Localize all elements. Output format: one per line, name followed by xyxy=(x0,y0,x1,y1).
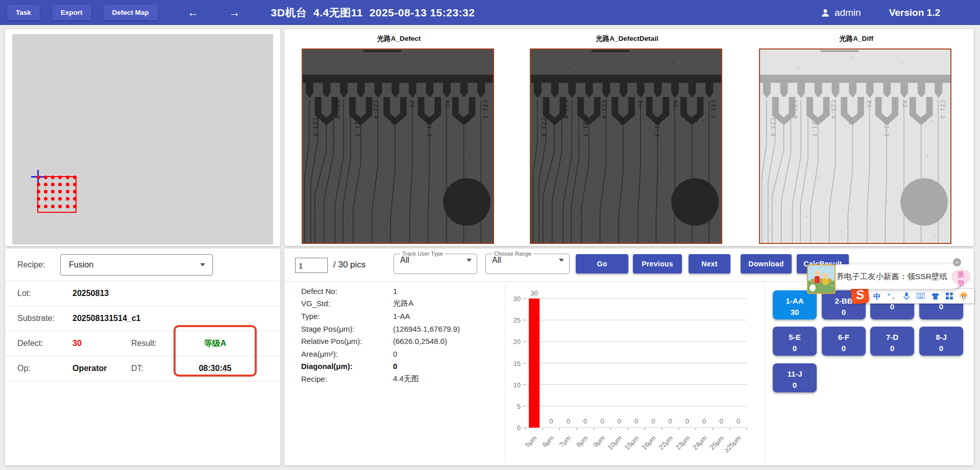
type-button-11-J[interactable]: 11-J0 xyxy=(773,363,817,392)
defect-dot xyxy=(51,183,55,186)
choose-range-select[interactable]: Choose Range All xyxy=(485,251,570,274)
type-button-8-J[interactable]: 8-J0 xyxy=(919,327,963,356)
svg-text:X3: X3 xyxy=(390,118,397,126)
svg-text:CZ2-3: CZ2-3 xyxy=(654,118,660,137)
ad-thumbnail-image[interactable] xyxy=(807,264,836,294)
type-button-6-F[interactable]: 6-F0 xyxy=(822,327,866,356)
op-dt-row: Op: Operator DT: 08:30:45 xyxy=(5,356,280,381)
track-user-type-select[interactable]: Track User Type All xyxy=(394,251,477,274)
svg-text:CZ3-4: CZ3-4 xyxy=(601,100,607,119)
ime-toolbar: S 中 °， xyxy=(851,287,974,304)
back-arrow-icon[interactable]: ← xyxy=(187,7,199,18)
type-button-count: 0 xyxy=(922,343,960,354)
svg-text:22μm: 22μm xyxy=(657,434,674,452)
defect-result-row: Defect: 30 Result: 等级A xyxy=(5,331,280,356)
chinese-mode-icon[interactable]: 中 xyxy=(873,292,881,300)
type-button-7-D[interactable]: 7-D0 xyxy=(870,327,914,356)
svg-text:CZ2-8: CZ2-8 xyxy=(562,100,569,119)
next-button[interactable]: Next xyxy=(689,254,730,274)
defect-dot xyxy=(73,197,77,201)
op-value: Operator xyxy=(72,364,107,373)
user-menu[interactable]: admin xyxy=(820,7,861,18)
detail-label: Diagonal(μm): xyxy=(301,362,393,370)
image-panel-title: 光路A_Defect xyxy=(302,33,496,44)
svg-text:23μm: 23μm xyxy=(674,434,692,452)
lot-label: Lot: xyxy=(17,289,31,298)
dt-label: DT: xyxy=(131,364,143,373)
page-title: 3D机台 4.4无图11 2025-08-13 15:23:32 xyxy=(271,6,475,20)
keyboard-icon[interactable] xyxy=(917,293,925,299)
microscope-image: CZ3-9CZ2-8CZ1-7CZ3-4X3Z3CZ2-3X2Z2CZ1-2 xyxy=(302,48,494,244)
defect-dot xyxy=(73,190,77,193)
detail-row: Defect No:1 xyxy=(301,285,500,298)
lot-value: 20250813 xyxy=(72,289,109,298)
ad-skin-button[interactable]: 换肤 xyxy=(951,270,971,284)
user-icon xyxy=(820,8,830,18)
recipe-value: Fusion xyxy=(69,260,93,269)
detail-row: Area(μm²):0 xyxy=(301,348,500,360)
defect-dot xyxy=(37,176,40,179)
defect-dot xyxy=(51,190,55,193)
defect-dot xyxy=(58,205,62,208)
punctuation-icon[interactable]: °， xyxy=(888,293,896,299)
recipe-label: Recipe: xyxy=(17,260,45,269)
svg-text:Z3: Z3 xyxy=(636,100,643,108)
wafer-map-area[interactable] xyxy=(12,34,273,244)
svg-text:7μm: 7μm xyxy=(558,434,573,449)
recipe-row: Recipe: Fusion xyxy=(5,249,280,281)
emoji-icon[interactable] xyxy=(960,292,968,300)
svg-text:15μm: 15μm xyxy=(623,434,641,452)
type-button-count: 30 xyxy=(776,307,814,318)
svg-text:CZ1-7: CZ1-7 xyxy=(582,118,589,137)
image-panel: 光路A_DiffCZ3-9CZ2-8CZ1-7CZ3-4X3Z3CZ2-3X2Z… xyxy=(759,33,953,244)
svg-text:CZ3-9: CZ3-9 xyxy=(769,118,776,137)
ad-close-icon[interactable]: × xyxy=(953,258,961,266)
detail-value: (6626.0,2548.0) xyxy=(393,337,447,345)
task-button[interactable]: Task xyxy=(7,5,40,20)
export-button[interactable]: Export xyxy=(52,5,91,20)
recipe-select[interactable]: Fusion xyxy=(60,254,213,276)
type-button-label: 6-F xyxy=(825,332,863,343)
detail-value: (126945.1,67679.9) xyxy=(393,325,460,333)
svg-text:CZ1-7: CZ1-7 xyxy=(811,118,818,137)
substrate-row: Substrate: 202508131514_c1 xyxy=(5,306,280,331)
svg-text:24μm: 24μm xyxy=(691,434,708,452)
detail-row: Diagonal(μm):0 xyxy=(301,360,500,373)
svg-text:CZ2-3: CZ2-3 xyxy=(426,118,432,137)
svg-text:6μm: 6μm xyxy=(541,434,555,449)
svg-text:CZ3-9: CZ3-9 xyxy=(540,118,547,137)
track-user-type-value: All xyxy=(400,256,409,265)
skin-tshirt-icon[interactable] xyxy=(932,293,939,300)
defect-dot xyxy=(44,176,47,179)
svg-text:CZ2-8: CZ2-8 xyxy=(792,100,798,119)
type-button-1-AA[interactable]: 1-AA30 xyxy=(773,290,817,319)
svg-text:Z2: Z2 xyxy=(463,115,470,123)
previous-button[interactable]: Previous xyxy=(633,254,682,274)
download-button[interactable]: Download xyxy=(741,254,792,274)
page-input[interactable] xyxy=(295,258,328,273)
svg-text:X3: X3 xyxy=(847,118,854,126)
svg-text:CZ1-2: CZ1-2 xyxy=(710,100,717,119)
go-button[interactable]: Go xyxy=(576,254,628,274)
forward-arrow-icon[interactable]: → xyxy=(229,7,240,18)
pics-total-label: / 30 pics xyxy=(333,260,365,270)
svg-text:Z3: Z3 xyxy=(408,100,415,108)
defect-map-button[interactable]: Defect Map xyxy=(104,5,158,20)
type-button-5-E[interactable]: 5-E0 xyxy=(773,327,817,356)
type-button-label: 1-AA xyxy=(776,295,814,307)
type-button-count: 0 xyxy=(825,307,863,318)
svg-text:0: 0 xyxy=(549,417,553,425)
svg-text:30: 30 xyxy=(530,289,537,297)
detail-value: 4.4无图 xyxy=(393,374,419,384)
image-panel-title: 光路A_DefectDetail xyxy=(530,33,724,44)
apps-grid-icon[interactable] xyxy=(946,292,953,300)
result-value: 等级A xyxy=(174,338,257,349)
svg-text:0: 0 xyxy=(600,417,604,425)
svg-text:0: 0 xyxy=(517,424,521,432)
microphone-icon[interactable] xyxy=(903,292,910,300)
svg-text:0: 0 xyxy=(737,417,740,425)
size-histogram-chart: 051015202530305μm06μm07μm08μm09μm010μm01… xyxy=(499,287,769,463)
chevron-down-icon xyxy=(467,259,472,262)
username: admin xyxy=(835,7,861,18)
defect-dot xyxy=(44,183,47,186)
